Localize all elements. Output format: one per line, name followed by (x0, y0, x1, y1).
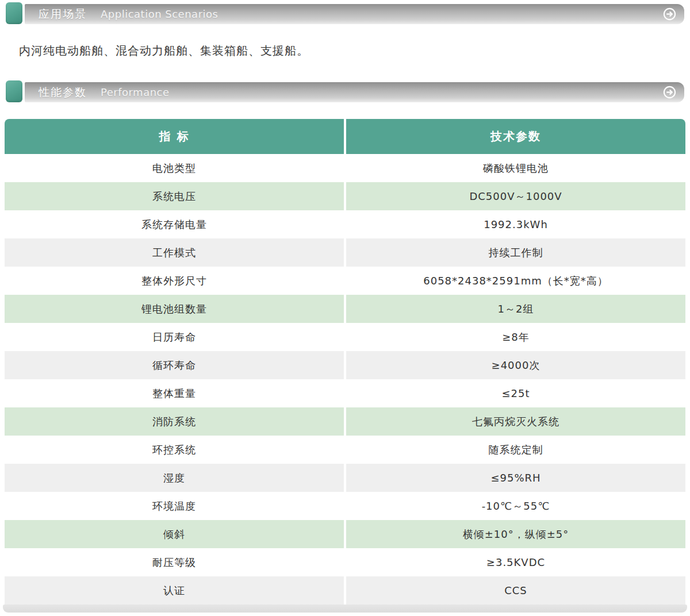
value-cell: ≥3.5KVDC (345, 548, 685, 576)
value-cell: 1992.3kWh (345, 210, 685, 238)
table-row: 锂电池组数量1～2组 (5, 295, 685, 323)
value-cell: ≥4000次 (345, 351, 685, 379)
indicator-cell: 倾斜 (5, 520, 345, 548)
indicator-cell: 工作模式 (5, 238, 345, 267)
performance-table-body: 电池类型磷酸铁锂电池系统电压DC500V～1000V系统存储电量1992.3kW… (5, 154, 685, 605)
table-row: 耐压等级≥3.5KVDC (5, 548, 685, 576)
circle-right-arrow-icon[interactable] (663, 86, 676, 99)
value-cell: -10℃～55℃ (345, 492, 685, 520)
performance-title-en: Performance (101, 86, 170, 98)
spacer (0, 59, 690, 80)
application-title-en: Application Scenarios (101, 8, 218, 20)
header-technical-parameters: 技术参数 (345, 119, 685, 154)
value-cell: ≥8年 (345, 323, 685, 351)
indicator-cell: 耐压等级 (5, 548, 345, 576)
indicator-cell: 整体外形尺寸 (5, 267, 345, 295)
table-row: 认证CCS (5, 576, 685, 605)
table-row: 日历寿命≥8年 (5, 323, 685, 351)
section-marker-chip (6, 80, 22, 102)
value-cell: DC500V～1000V (345, 182, 685, 210)
application-banner-bar: 应用场景 Application Scenarios (25, 4, 684, 24)
application-scenarios-text: 内河纯电动船舶、混合动力船舶、集装箱船、支援船。 (19, 43, 671, 59)
indicator-cell: 日历寿命 (5, 323, 345, 351)
performance-banner-bar: 性能参数 Performance (25, 82, 684, 102)
value-cell: 持续工作制 (345, 238, 685, 267)
table-row: 循环寿命≥4000次 (5, 351, 685, 379)
value-cell: CCS (345, 576, 685, 605)
table-bottom-shadow (3, 605, 687, 613)
value-cell: 横倾±10°，纵倾±5° (345, 520, 685, 548)
table-row: 电池类型磷酸铁锂电池 (5, 154, 685, 182)
table-row: 湿度≤95%RH (5, 464, 685, 492)
value-cell: 1～2组 (345, 295, 685, 323)
indicator-cell: 环境温度 (5, 492, 345, 520)
table-row: 倾斜横倾±10°，纵倾±5° (5, 520, 685, 548)
table-row: 工作模式持续工作制 (5, 238, 685, 267)
performance-title-cn: 性能参数 (39, 85, 87, 100)
section-marker-chip (6, 2, 22, 24)
value-cell: ≤25t (345, 379, 685, 407)
indicator-cell: 整体重量 (5, 379, 345, 407)
table-header-row: 指 标 技术参数 (5, 119, 685, 154)
table-row: 系统电压DC500V～1000V (5, 182, 685, 210)
value-cell: 随系统定制 (345, 436, 685, 464)
value-cell: ≤95%RH (345, 464, 685, 492)
performance-table: 指 标 技术参数 电池类型磷酸铁锂电池系统电压DC500V～1000V系统存储电… (5, 119, 685, 605)
indicator-cell: 认证 (5, 576, 345, 605)
table-row: 整体重量≤25t (5, 379, 685, 407)
indicator-cell: 循环寿命 (5, 351, 345, 379)
table-row: 消防系统七氟丙烷灭火系统 (5, 407, 685, 436)
section-header-application: 应用场景 Application Scenarios (6, 0, 684, 24)
application-title-cn: 应用场景 (39, 7, 87, 22)
indicator-cell: 湿度 (5, 464, 345, 492)
circle-right-arrow-icon[interactable] (663, 7, 676, 21)
table-row: 环控系统随系统定制 (5, 436, 685, 464)
indicator-cell: 系统电压 (5, 182, 345, 210)
indicator-cell: 系统存储电量 (5, 210, 345, 238)
header-indicator: 指 标 (5, 119, 345, 154)
value-cell: 七氟丙烷灭火系统 (345, 407, 685, 436)
value-cell: 磷酸铁锂电池 (345, 154, 685, 182)
value-cell: 6058*2438*2591mm（长*宽*高） (345, 267, 685, 295)
table-row: 整体外形尺寸6058*2438*2591mm（长*宽*高） (5, 267, 685, 295)
indicator-cell: 电池类型 (5, 154, 345, 182)
table-row: 环境温度-10℃～55℃ (5, 492, 685, 520)
table-row: 系统存储电量1992.3kWh (5, 210, 685, 238)
indicator-cell: 消防系统 (5, 407, 345, 436)
indicator-cell: 锂电池组数量 (5, 295, 345, 323)
indicator-cell: 环控系统 (5, 436, 345, 464)
section-header-performance: 性能参数 Performance (6, 80, 684, 102)
